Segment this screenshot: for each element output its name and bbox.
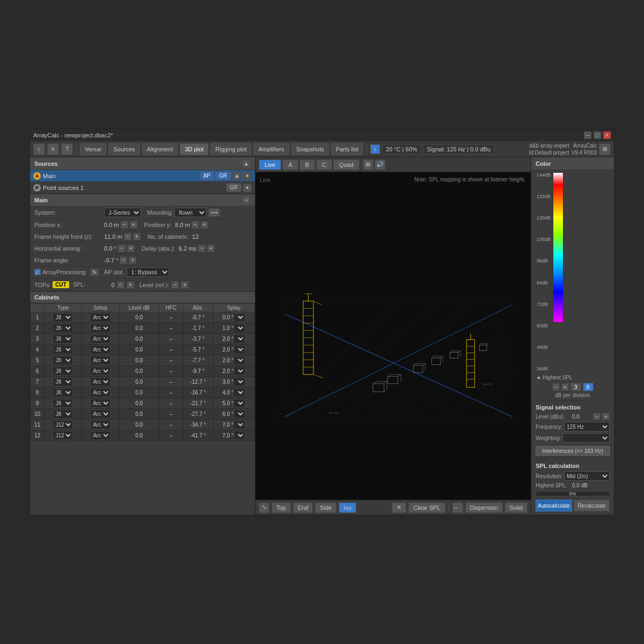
tab-parts[interactable]: Parts list	[331, 143, 363, 155]
level-plus[interactable]: +	[181, 281, 188, 289]
sig-weight-select[interactable]	[562, 433, 610, 443]
ap-edit-icon[interactable]: ✎	[90, 268, 99, 276]
tab-live[interactable]: Live	[259, 159, 281, 170]
frame-height-row: Frame height front (z): 11.0 m − + No. o…	[30, 231, 255, 243]
sources-expand-icon[interactable]: ▲	[242, 159, 251, 168]
minimize-button[interactable]: ─	[584, 131, 591, 139]
delay-plus[interactable]: +	[207, 245, 215, 252]
tab-c[interactable]: C	[316, 159, 332, 170]
tab-alignment[interactable]: Alignment	[142, 143, 178, 155]
cab-abs: -12.7 °	[183, 377, 213, 387]
interference-button[interactable]: Interferences (<= 163 Hz)	[536, 446, 610, 456]
cab-num: 3	[31, 334, 45, 345]
tab-sources[interactable]: Sources	[108, 143, 140, 155]
maximize-button[interactable]: □	[594, 131, 601, 139]
tab-3dplot[interactable]: 3D plot	[180, 143, 208, 155]
label-105: 105dB	[537, 237, 551, 242]
haiming-minus[interactable]: −	[118, 245, 126, 252]
cab-type: J12	[45, 430, 82, 441]
frame-height-plus[interactable]: +	[133, 233, 141, 240]
close-button[interactable]: ✕	[603, 131, 611, 139]
ap-checkbox[interactable]: ✓	[34, 269, 41, 275]
btn-dispersion-icon[interactable]: ↔	[452, 502, 463, 513]
source-main[interactable]: A Main AP GR ◈ ✦	[30, 170, 255, 182]
main-config-expand[interactable]: »	[242, 196, 251, 204]
tab-snapshots[interactable]: Snapshots	[291, 143, 329, 155]
spl-plus[interactable]: +	[127, 281, 134, 289]
div-plus[interactable]: +	[561, 383, 569, 391]
level-minus[interactable]: −	[171, 281, 179, 289]
view-controls: ⤡ Top End Side Iso ✕ Clear SPL ↔ Dispers…	[255, 500, 531, 515]
resolution-label: Resolution:	[536, 473, 562, 479]
mounting-select[interactable]: flown	[174, 208, 207, 217]
system-select[interactable]: J-Series	[104, 208, 141, 217]
help-icon[interactable]: ?	[61, 143, 73, 155]
frame-height-label: Frame height front (z):	[34, 233, 104, 240]
frame-angle-display: -0.7 °	[104, 257, 118, 264]
col-type: Type	[45, 304, 82, 312]
source-gr-btn-main[interactable]: GR	[216, 172, 230, 180]
source-pin-icon[interactable]: ✦	[243, 172, 252, 180]
recalculate-button[interactable]: Recalculate	[574, 500, 610, 511]
btn-clear-spl[interactable]: ✕	[392, 502, 406, 513]
progress-text: 0%	[536, 492, 609, 496]
btn-end[interactable]: End	[293, 502, 313, 513]
spl-minus[interactable]: −	[117, 281, 125, 289]
system-label: System:	[34, 209, 104, 216]
signal-section: Signal selection Level (dBu): 0.0 − + Fr…	[531, 400, 614, 459]
btn-iso[interactable]: Iso	[339, 502, 356, 513]
autocalculate-button[interactable]: Autocalculate	[536, 500, 572, 511]
div-6[interactable]: 6	[583, 383, 594, 391]
home-icon[interactable]: ⌂	[33, 143, 45, 155]
mounting-icon[interactable]: ⟺	[208, 208, 220, 217]
info-icon[interactable]: i	[370, 144, 380, 154]
cab-setup: Arc	[82, 334, 119, 345]
tab-quad[interactable]: Quad	[333, 159, 360, 170]
tab-venue[interactable]: Venue	[80, 143, 106, 155]
resolution-select[interactable]: Mid (2m)	[564, 471, 610, 481]
tab-b[interactable]: B	[299, 159, 315, 170]
view-icon-2[interactable]: 🔊	[375, 159, 385, 170]
sig-level-plus[interactable]: +	[602, 413, 610, 420]
source-ap-btn[interactable]: AP	[200, 172, 214, 180]
frame-height-minus[interactable]: −	[124, 233, 131, 240]
btn-top[interactable]: Top	[272, 502, 291, 513]
frame-angle-plus[interactable]: +	[129, 257, 136, 264]
view-icon-1[interactable]: ⊞	[363, 159, 374, 170]
pos-y-plus[interactable]: +	[201, 221, 208, 229]
div-3[interactable]: 3	[570, 383, 581, 391]
tab-a[interactable]: A	[282, 159, 298, 170]
pos-y-minus[interactable]: −	[192, 221, 199, 229]
pos-x-plus[interactable]: +	[130, 221, 137, 229]
cab-splay: 2.0 °▼	[213, 334, 254, 345]
tab-amplifiers[interactable]: Amplifiers	[253, 143, 289, 155]
cab-type: J8	[45, 409, 82, 420]
btn-solid[interactable]: Solid	[505, 502, 528, 513]
source-pin-icon-2[interactable]: ✦	[243, 184, 252, 192]
source-eye-icon[interactable]: ◈	[232, 172, 241, 180]
tab-rigging[interactable]: Rigging plot	[210, 143, 251, 155]
source-point[interactable]: P Point sources 1 GR ✦	[30, 182, 255, 194]
delay-minus[interactable]: −	[198, 245, 206, 252]
sig-freq-select[interactable]: 125 Hz	[564, 422, 610, 431]
source-gr-btn-point[interactable]: GR	[226, 184, 241, 192]
btn-side[interactable]: Side	[315, 502, 336, 513]
delay-label: Delay (abs.):	[142, 245, 175, 252]
grid-icon[interactable]: ⊞	[599, 143, 611, 155]
btn-dispersion[interactable]: Dispersion	[465, 502, 503, 513]
view-pan-icon[interactable]: ⤡	[259, 502, 269, 513]
left-panel: Sources ▲ A Main AP GR ◈ ✦ P Point sourc…	[30, 157, 255, 515]
pos-x-minus[interactable]: −	[121, 221, 128, 229]
num-cab-display: 12	[192, 233, 199, 240]
div-minus[interactable]: −	[552, 383, 560, 391]
btn-clear-spl-label[interactable]: Clear SPL	[408, 502, 445, 513]
menu-icon[interactable]: ≡	[47, 143, 59, 155]
3d-view[interactable]: Live Note: SPL mapping is shown at liste…	[255, 172, 531, 500]
sig-level-minus[interactable]: −	[593, 413, 601, 420]
cab-level: 0.0	[119, 420, 159, 430]
haiming-plus[interactable]: +	[127, 245, 135, 252]
frame-height-display: 11.0 m	[104, 233, 122, 240]
main-config-title: Main	[34, 197, 48, 203]
ap-slot-select[interactable]: 1: Bypass	[127, 267, 170, 277]
frame-angle-minus[interactable]: −	[120, 257, 127, 264]
